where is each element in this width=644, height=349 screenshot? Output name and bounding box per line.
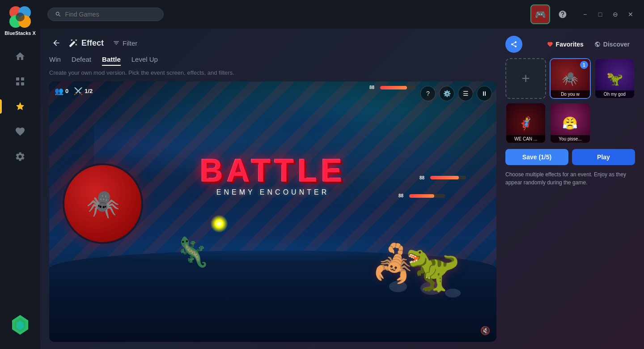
hud-players: 👥 0 [55, 87, 68, 95]
hud-battles: ⚔️ 1/2 [74, 87, 93, 95]
svg-rect-5 [16, 77, 19, 81]
home-icon [15, 51, 25, 62]
search-input[interactable] [65, 11, 156, 18]
hp-bar-mid: 88 [419, 175, 466, 182]
bluestacks-gem-icon [8, 313, 32, 336]
battle-preview: BATTLE ENEMY ENCOUNTER 🕷️ 🦎 🦂 🦖 [49, 81, 496, 342]
back-icon [52, 38, 61, 47]
sidebar-bottom [8, 313, 32, 336]
panel-title-text: Effect [81, 38, 104, 48]
sidebar-nav [0, 45, 40, 313]
back-button[interactable] [49, 36, 64, 50]
search-icon [55, 11, 61, 18]
tab-win[interactable]: Win [49, 55, 61, 66]
share-icon [510, 41, 517, 48]
effect-label-3: WE CAN ... [506, 135, 545, 143]
svg-rect-7 [16, 82, 19, 85]
hud-battle-count: 1/2 [85, 88, 93, 94]
filter-button[interactable]: Filter [109, 38, 141, 49]
effect-label-4: You pisse... [551, 135, 589, 143]
game-menu-btn[interactable]: ☰ [458, 86, 473, 101]
library-icon [15, 76, 25, 87]
svg-rect-6 [21, 77, 24, 81]
search-bar[interactable] [47, 8, 164, 21]
spark-effect [210, 215, 228, 233]
effect-label-1: Do you w [551, 90, 589, 98]
tabs: Win Defeat Battle Level Up [49, 55, 496, 66]
sidebar-item-favorites[interactable] [0, 120, 40, 143]
topbar: 🎮 − □ ⊖ ✕ [40, 0, 644, 29]
game-settings-btn[interactable]: ⚙️ [439, 86, 454, 101]
share-button[interactable] [505, 36, 522, 53]
app-logo: BlueStacks X [4, 5, 36, 36]
monster-wolf: 🦎 [174, 235, 210, 269]
battle-scene: BATTLE ENEMY ENCOUNTER 🕷️ 🦎 🦂 🦖 [49, 81, 496, 342]
effects-grid: + 🕷️ Do you w 1 🦖 Oh my god [505, 58, 635, 144]
question-icon [558, 10, 567, 19]
hp-fill [380, 86, 407, 89]
effect-card-we-can[interactable]: 🦸 WE CAN ... [505, 102, 546, 143]
battle-sub-text: ENEMY ENCOUNTER [200, 188, 346, 196]
add-icon: + [521, 70, 530, 87]
hp-bar-bot: 88 [398, 193, 445, 200]
hp-fill-mid [430, 176, 459, 179]
effects-icon [15, 101, 25, 112]
compass-icon [594, 41, 601, 47]
favorites-label: Favorites [556, 41, 584, 48]
effect-card-oh-my-god[interactable]: 🦖 Oh my god [594, 58, 635, 99]
sidebar: BlueStacks X [0, 0, 40, 349]
spiderman-circle: 🕷️ [63, 163, 143, 244]
help-button[interactable] [555, 7, 570, 21]
save-button[interactable]: Save (1/5) [505, 149, 568, 165]
bluestacks-logo-icon [8, 5, 32, 29]
panel-header: Effect Filter [49, 36, 496, 50]
tab-defeat[interactable]: Defeat [72, 55, 91, 66]
effect-card-you-pisse[interactable]: 😤 You pisse... [550, 102, 590, 143]
right-panel-header: Favorites Discover [505, 36, 635, 53]
tab-battle[interactable]: Battle [102, 55, 121, 66]
effect-badge-1: 1 [580, 61, 588, 69]
avatar[interactable]: 🎮 [530, 4, 550, 24]
add-effect-card[interactable]: + [505, 58, 546, 99]
action-buttons: Save (1/5) Play [505, 149, 635, 165]
discover-tab[interactable]: Discover [589, 38, 635, 51]
play-button[interactable]: Play [572, 149, 635, 165]
minimize-button[interactable]: − [579, 8, 591, 21]
hud-player-count: 0 [65, 88, 68, 94]
topbar-right: 🎮 − □ ⊖ ✕ [530, 4, 637, 24]
sidebar-item-effects[interactable] [0, 95, 40, 118]
wand-icon [69, 38, 78, 47]
game-hud: 👥 0 ⚔️ 1/2 [55, 87, 93, 95]
volume-button[interactable]: 🔇 [480, 326, 490, 336]
main-content: 🎮 − □ ⊖ ✕ [40, 0, 644, 349]
heart-tab-icon [547, 41, 553, 47]
game-help-btn[interactable]: ? [420, 86, 436, 101]
svg-point-4 [16, 13, 25, 21]
content-area: Effect Filter Win Defeat Battle Level Up… [40, 29, 644, 349]
window-controls: − □ ⊖ ✕ [579, 8, 637, 21]
filter-label: Filter [123, 39, 137, 47]
monster-mech: 🦖 [405, 242, 461, 295]
heart-icon [15, 126, 25, 137]
nav-back-button[interactable]: ⊖ [609, 8, 622, 21]
tab-levelup[interactable]: Level Up [131, 55, 158, 66]
close-button[interactable]: ✕ [624, 8, 637, 21]
favorites-tab[interactable]: Favorites [542, 38, 589, 51]
svg-rect-8 [21, 82, 24, 85]
settings-icon [15, 151, 25, 162]
effect-card-do-you-w[interactable]: 🕷️ Do you w 1 [550, 58, 590, 99]
sidebar-item-settings[interactable] [0, 145, 40, 168]
left-panel: Effect Filter Win Defeat Battle Level Up… [49, 36, 496, 342]
favorites-discover-tabs: Favorites Discover [542, 38, 635, 51]
battle-main-text: BATTLE [200, 154, 346, 187]
panel-title: Effect [69, 38, 104, 48]
hp-fill-bot [409, 194, 434, 198]
game-pause-btn[interactable]: ⏸ [477, 86, 492, 101]
right-panel: Favorites Discover + [505, 36, 635, 342]
hp-bar-top: 88 [369, 85, 416, 92]
maximize-button[interactable]: □ [594, 8, 606, 21]
sidebar-item-library[interactable] [0, 70, 40, 93]
sidebar-item-home[interactable] [0, 45, 40, 68]
discover-label: Discover [603, 41, 630, 48]
filter-icon [113, 39, 120, 47]
